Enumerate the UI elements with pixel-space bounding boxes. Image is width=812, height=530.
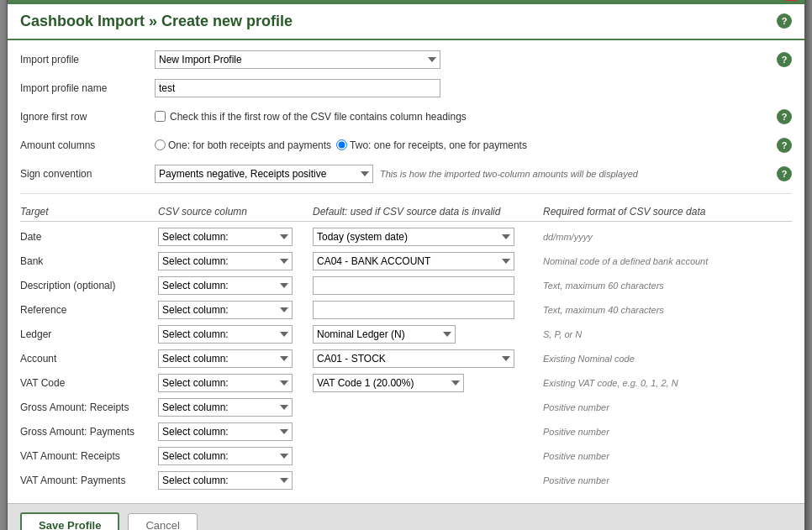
amount-columns-radio-group: One: for both receipts and payments Two:… (155, 139, 527, 151)
date-default-select[interactable]: Today (system date) (313, 228, 514, 246)
table-row: VAT Code Select column: VAT Code 1 (20.0… (20, 373, 792, 393)
table-row: Ledger Select column: Nominal Ledger (N)… (20, 324, 792, 344)
col-select-ledger: Select column: (158, 325, 293, 344)
bank-default-select[interactable]: CA04 - BANK ACCOUNT (313, 252, 514, 270)
sign-convention-control: Payments negative, Receipts positive Thi… (155, 165, 792, 183)
col-default-bank: CA04 - BANK ACCOUNT (313, 252, 540, 270)
gross-receipts-col-select[interactable]: Select column: (158, 398, 293, 417)
desc-default-input[interactable] (313, 276, 514, 295)
col-header-target: Target (20, 206, 155, 218)
ref-default-input[interactable] (313, 301, 514, 319)
import-profile-name-label: Import profile name (20, 82, 155, 94)
row-label-vat: VAT Code (20, 377, 155, 389)
vat-default-select[interactable]: VAT Code 1 (20.00%) (313, 374, 464, 392)
account-default-select[interactable]: CA01 - STOCK (313, 349, 514, 368)
col-default-date: Today (system date) (313, 228, 540, 246)
vat-receipts-format: Positive number (543, 451, 792, 461)
sign-convention-row: Sign convention Payments negative, Recei… (20, 163, 792, 185)
ledger-format: S, P, or N (543, 329, 792, 339)
col-select-vat: Select column: (158, 374, 293, 392)
row-label-bank: Bank (20, 255, 155, 267)
row-label-gross-receipts: Gross Amount: Receipts (20, 401, 155, 413)
row-label-vat-payments: VAT Amount: Payments (20, 475, 155, 486)
amount-columns-control: One: for both receipts and payments Two:… (155, 138, 792, 153)
ignore-first-row-help-icon[interactable]: ? (777, 109, 792, 124)
sign-convention-help-icon[interactable]: ? (777, 166, 792, 181)
vat-col-select[interactable]: Select column: (158, 374, 293, 392)
table-row: Date Select column: Today (system date) … (20, 227, 792, 247)
amount-one-label[interactable]: One: for both receipts and payments (155, 139, 331, 151)
table-row: Bank Select column: CA04 - BANK ACCOUNT … (20, 251, 792, 271)
import-profile-control: New Import Profile ? (155, 50, 792, 69)
col-header-format: Required format of CSV source data (543, 206, 792, 218)
import-profile-name-input[interactable] (155, 79, 440, 97)
account-format: Existing Nominal code (543, 354, 792, 364)
sign-convention-select[interactable]: Payments negative, Receipts positive (155, 165, 373, 183)
amount-columns-help-icon[interactable]: ? (777, 138, 792, 153)
col-select-vat-payments: Select column: (158, 471, 293, 490)
ref-col-select[interactable]: Select column: (158, 301, 293, 319)
ledger-col-select[interactable]: Select column: (158, 325, 293, 344)
table-row: VAT Amount: Receipts Select column: Posi… (20, 446, 792, 466)
col-select-gross-payments: Select column: (158, 422, 293, 441)
col-default-ref (313, 301, 540, 319)
table-row: Gross Amount: Payments Select column: Po… (20, 422, 792, 442)
table-row: Gross Amount: Receipts Select column: Po… (20, 397, 792, 417)
account-col-select[interactable]: Select column: (158, 349, 293, 368)
ledger-default-select[interactable]: Nominal Ledger (N) Sales Ledger (S) Purc… (313, 325, 456, 344)
import-profile-row: Import profile New Import Profile ? (20, 49, 792, 71)
date-format: dd/mm/yyyy (543, 232, 792, 242)
ignore-first-row-text: Check this if the first row of the CSV f… (170, 111, 467, 123)
desc-col-select[interactable]: Select column: (158, 276, 293, 295)
col-default-account: CA01 - STOCK (313, 349, 540, 368)
bank-format: Nominal code of a defined bank account (543, 256, 792, 266)
ignore-first-row-label: Ignore first row (20, 111, 155, 123)
table-row: Account Select column: CA01 - STOCK Exis… (20, 349, 792, 369)
col-select-vat-receipts: Select column: (158, 447, 293, 465)
close-button[interactable]: ✕ (784, 0, 798, 1)
ignore-first-row-checkbox[interactable] (155, 111, 166, 122)
cancel-button[interactable]: Cancel (128, 513, 197, 531)
gross-receipts-format: Positive number (543, 402, 792, 412)
amount-two-label[interactable]: Two: one for receipts, one for payments (336, 139, 527, 151)
date-col-select[interactable]: Select column: (158, 228, 293, 246)
import-profile-name-row: Import profile name (20, 77, 792, 99)
main-window: Access to Account ✕ Cashbook Import » Cr… (7, 0, 805, 530)
bank-col-select[interactable]: Select column: (158, 252, 293, 270)
form-content: Import profile New Import Profile ? Impo… (8, 40, 804, 503)
amount-two-text: Two: one for receipts, one for payments (350, 139, 527, 151)
vat-format: Existing VAT code, e.g. 0, 1, 2, N (543, 378, 792, 388)
save-profile-button[interactable]: Save Profile (20, 512, 119, 531)
table-row: VAT Amount: Payments Select column: Posi… (20, 470, 792, 491)
row-label-gross-payments: Gross Amount: Payments (20, 426, 155, 438)
page-header: Cashbook Import » Create new profile ? (8, 4, 804, 40)
desc-format: Text, maximum 60 characters (543, 281, 792, 291)
gross-payments-format: Positive number (543, 427, 792, 437)
page-title: Cashbook Import » Create new profile (20, 13, 293, 30)
col-select-desc: Select column: (158, 276, 293, 295)
col-header-csv: CSV source column (158, 206, 309, 218)
col-select-bank: Select column: (158, 252, 293, 270)
amount-one-radio[interactable] (155, 139, 166, 150)
table-header-row: Target CSV source column Default: used i… (20, 202, 792, 222)
gross-payments-col-select[interactable]: Select column: (158, 422, 293, 441)
row-label-date: Date (20, 231, 155, 243)
row-label-desc: Description (optional) (20, 280, 155, 291)
table-row: Description (optional) Select column: Te… (20, 275, 792, 296)
import-profile-label: Import profile (20, 54, 155, 66)
vat-payments-format: Positive number (543, 475, 792, 485)
vat-payments-col-select[interactable]: Select column: (158, 471, 293, 490)
ignore-first-row-checkbox-label[interactable]: Check this if the first row of the CSV f… (155, 111, 467, 123)
amount-columns-label: Amount columns (20, 139, 155, 151)
row-label-vat-receipts: VAT Amount: Receipts (20, 450, 155, 462)
col-header-default: Default: used if CSV source data is inva… (313, 206, 540, 218)
amount-columns-row: Amount columns One: for both receipts an… (20, 134, 792, 156)
row-label-account: Account (20, 353, 155, 365)
import-profile-select[interactable]: New Import Profile (155, 50, 440, 69)
amount-two-radio[interactable] (336, 139, 347, 150)
ignore-first-row-row: Ignore first row Check this if the first… (20, 106, 792, 128)
import-profile-help-icon[interactable]: ? (777, 52, 792, 67)
col-default-ledger: Nominal Ledger (N) Sales Ledger (S) Purc… (313, 325, 540, 344)
header-help-icon[interactable]: ? (777, 13, 792, 29)
vat-receipts-col-select[interactable]: Select column: (158, 447, 293, 465)
